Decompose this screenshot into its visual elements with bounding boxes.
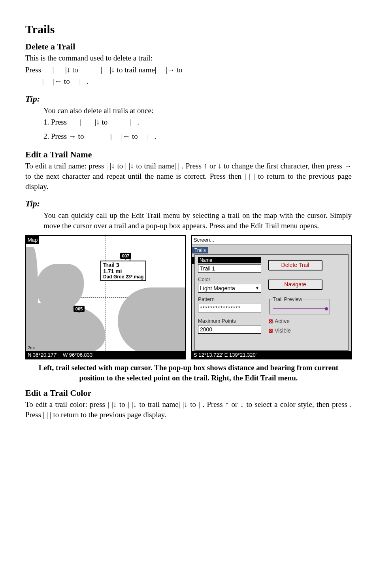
- name-field[interactable]: Trail 1: [198, 264, 261, 273]
- max-points-label: Maximum Points: [198, 318, 261, 325]
- map-figure: 007 005 Trail 3 1.71 mi Dad Gree 23º mag…: [25, 235, 186, 359]
- figure-caption: Left, trail selected with map cursor. Th…: [25, 363, 352, 383]
- edit-name-heading: Edit a Trail Name: [25, 149, 352, 161]
- map-title: Map: [26, 236, 39, 244]
- pattern-label: Pattern: [198, 296, 261, 303]
- page-title: Trails: [25, 21, 352, 38]
- color-value: Light Magenta: [200, 284, 235, 292]
- edit-coord-bar: S 12°13.722' E 139°21.320': [192, 351, 351, 359]
- popup-trail-name: Trail 3: [103, 262, 143, 268]
- edit-name-text: To edit a trail name: press | |↓ to | |↓…: [25, 161, 352, 191]
- popup-distance: 1.71 mi: [103, 268, 143, 274]
- edit-trail-figure: Screen... Trails Edit Trail Name Trail 1…: [191, 235, 352, 359]
- tip2-text: You can quickly call up the Edit Trail m…: [43, 210, 352, 231]
- screen-menu[interactable]: Screen...: [192, 236, 351, 244]
- tip1-intro: You can also delete all trails at once:: [43, 106, 352, 116]
- name-label: Name: [198, 257, 261, 263]
- delete-trail-heading: Delete a Trail: [25, 41, 352, 53]
- map-popup: Trail 3 1.71 mi Dad Gree 23º mag: [100, 261, 146, 281]
- page: Trails Delete a Trail This is the comman…: [0, 0, 377, 449]
- tip1-step2: 2. Press → to | |← to | .: [43, 131, 352, 142]
- color-label: Color: [198, 276, 261, 283]
- delete-trail-line1: This is the command used to delete a tra…: [25, 53, 352, 63]
- trail-preview-line: [273, 308, 326, 309]
- navigate-button[interactable]: Navigate: [268, 280, 322, 289]
- edit-color-text: To edit a trail color: press | |↓ to | |…: [25, 399, 352, 420]
- chevron-down-icon: ▼: [255, 284, 259, 292]
- visible-checkbox[interactable]: Visible: [268, 327, 291, 335]
- active-checkbox[interactable]: Active: [268, 318, 291, 325]
- map-scale: 2mi: [28, 345, 35, 351]
- max-points-field[interactable]: 2000: [198, 325, 261, 334]
- tip1-heading: Tip:: [25, 93, 352, 105]
- trail-preview-box: Trail Preview: [269, 296, 330, 314]
- edit-color-heading: Edit a Trail Color: [25, 387, 352, 399]
- popup-bearing: Dad Gree 23º mag: [103, 274, 143, 280]
- delete-trail-line3: | |← to | .: [25, 76, 352, 87]
- delete-trail-line2: Press | |↓ to | |↓ to trail name| |→ to: [25, 65, 352, 75]
- tab-trails[interactable]: Trails: [192, 247, 208, 253]
- map-coord-bar: N 36°20.177' W 96°06.833': [26, 351, 185, 359]
- coord-west: W 96°06.833': [63, 352, 94, 359]
- tip2-heading: Tip:: [25, 198, 352, 210]
- waypoint-005: 005: [74, 306, 85, 312]
- map-canvas: 007 005 Trail 3 1.71 mi Dad Gree 23º mag…: [26, 236, 185, 359]
- coord-north: N 36°20.177': [28, 352, 57, 359]
- edit-trail-panel: Name Trail 1 Delete Trail Color Light Ma…: [194, 254, 349, 351]
- pattern-field[interactable]: ****************: [198, 304, 261, 312]
- color-select[interactable]: Light Magenta ▼: [198, 284, 261, 293]
- figure-row: 007 005 Trail 3 1.71 mi Dad Gree 23º mag…: [25, 235, 352, 359]
- delete-trail-button[interactable]: Delete Trail: [268, 260, 322, 270]
- tip1-step1: 1. Press | |↓ to | .: [43, 117, 352, 127]
- trail-preview-title: Trail Preview: [272, 296, 303, 303]
